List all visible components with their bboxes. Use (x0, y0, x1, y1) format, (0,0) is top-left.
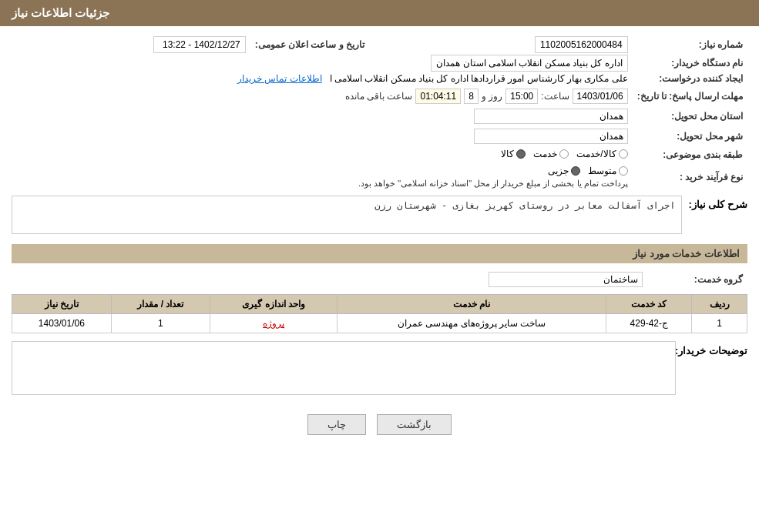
creator-cell: علی مکاری بهار کارشناس امور قراردادها اد… (12, 71, 633, 86)
announce-date-value: 1402/12/27 - 13:22 (153, 36, 246, 53)
radio-circle-jozii (571, 166, 580, 176)
page-wrapper: جزئیات اطلاعات نیاز شماره نیاز: 11020051… (0, 0, 759, 532)
radio-label-khadamat: خدمت (533, 149, 557, 159)
col-row-num: ردیف (692, 295, 747, 314)
time-value: 15:00 (505, 89, 538, 104)
province-value: همدان (474, 109, 628, 124)
services-section-title: اطلاعات خدمات مورد نیاز (12, 244, 747, 263)
need-number-row: شماره نیاز: 1102005162000484 تاریخ و ساع… (12, 34, 747, 55)
service-group-cell: ساختمان (12, 269, 647, 289)
description-section: شرح کلی نیاز: (12, 196, 747, 236)
deadline-label: مهلت ارسال پاسخ: تا تاریخ: (633, 86, 747, 106)
print-button[interactable]: چاپ (307, 414, 366, 435)
description-label: شرح کلی نیاز: (688, 196, 747, 210)
cell-service-code: ج-42-429 (606, 314, 692, 333)
buttons-row: بازگشت چاپ (12, 403, 747, 450)
buyer-org-row: نام دستگاه خریدار: اداره کل بنیاد مسکن ا… (12, 55, 747, 71)
cell-row-num: 1 (692, 314, 747, 333)
service-group-label: گروه خدمت: (647, 269, 747, 289)
category-radio-group: کالا/خدمت خدمت کالا (501, 149, 627, 159)
col-date: تاریخ نیاز (12, 295, 112, 314)
category-cell: کالا/خدمت خدمت کالا (12, 146, 633, 163)
buyer-org-value: اداره کل بنیاد مسکن انقلاب اسلامی استان … (431, 55, 627, 72)
main-content: شماره نیاز: 1102005162000484 تاریخ و ساع… (0, 26, 759, 458)
date-value: 1403/01/06 (573, 89, 628, 104)
buyer-org-label: نام دستگاه خریدار: (633, 55, 747, 71)
description-container (12, 196, 682, 236)
radio-kala[interactable]: کالا (501, 149, 526, 159)
radio-jozii[interactable]: جزیی (548, 166, 580, 176)
creator-link[interactable]: اطلاعات تماس خریدار (237, 73, 322, 84)
purchase-type-row: نوع فرآیند خرید : متوسط جزیی پرداخت تم (12, 163, 747, 191)
services-table: ردیف کد خدمت نام خدمت واحد اندازه گیری ت… (12, 294, 747, 333)
cell-unit: پروژه (210, 314, 338, 333)
cell-service-name: ساخت سایر پروژه‌های مهندسی عمران (337, 314, 606, 333)
need-number-cell: 1102005162000484 (392, 34, 633, 55)
purchase-type-radio-group: متوسط جزیی (548, 166, 628, 176)
radio-label-kala-khadamat: کالا/خدمت (576, 149, 616, 159)
city-cell: همدان (12, 126, 633, 146)
radio-kala-khadamat[interactable]: کالا/خدمت (576, 149, 627, 159)
cell-date: 1403/01/06 (12, 314, 112, 333)
radio-khadamat[interactable]: خدمت (533, 149, 569, 159)
services-table-body: 1 ج-42-429 ساخت سایر پروژه‌های مهندسی عم… (12, 314, 747, 333)
radio-label-jozii: جزیی (548, 166, 569, 176)
col-quantity: تعداد / مقدار (111, 295, 210, 314)
purchase-type-cell: متوسط جزیی پرداخت تمام یا بخشی از مبلغ خ… (12, 163, 633, 191)
time-label: ساعت: (541, 91, 569, 102)
radio-circle-kala (516, 149, 526, 159)
col-service-code: کد خدمت (606, 295, 692, 314)
description-textarea[interactable] (12, 196, 682, 234)
need-number-label: شماره نیاز: (633, 34, 747, 55)
purchase-type-label: نوع فرآیند خرید : (633, 163, 747, 191)
services-header-row: ردیف کد خدمت نام خدمت واحد اندازه گیری ت… (12, 295, 747, 314)
creator-row: ایجاد کننده درخواست: علی مکاری بهار کارش… (12, 71, 747, 86)
deadline-cell: 1403/01/06 ساعت: 15:00 روز و 8 01:04:11 … (12, 86, 633, 106)
deadline-row-flex: 1403/01/06 ساعت: 15:00 روز و 8 01:04:11 … (16, 89, 628, 104)
service-group-row: گروه خدمت: ساختمان (12, 269, 747, 289)
col-service-name: نام خدمت (337, 295, 606, 314)
service-group-table: گروه خدمت: ساختمان (12, 269, 747, 289)
remaining-label: ساعت باقی مانده (345, 91, 413, 102)
purchase-note: پرداخت تمام یا بخشی از مبلغ خریدار از مح… (358, 179, 628, 188)
radio-label-motavasset: متوسط (588, 166, 616, 176)
radio-motavasset[interactable]: متوسط (588, 166, 628, 176)
category-label: طبقه بندی موضوعی: (633, 146, 747, 163)
buyer-notes-section: توضیحات خریدار: (12, 341, 747, 395)
remaining-value: 01:04:11 (415, 89, 461, 104)
category-row: طبقه بندی موضوعی: کالا/خدمت خدمت (12, 146, 747, 163)
city-value: همدان (474, 129, 628, 144)
deadline-row: مهلت ارسال پاسخ: تا تاریخ: 1403/01/06 سا… (12, 86, 747, 106)
radio-circle-kala-khadamat (619, 149, 628, 159)
buyer-notes-label: توضیحات خریدار: (682, 341, 747, 356)
page-header: جزئیات اطلاعات نیاز (0, 0, 759, 26)
main-info-table: شماره نیاز: 1102005162000484 تاریخ و ساع… (12, 34, 747, 191)
city-label: شهر محل تحویل: (633, 126, 747, 146)
day-label: روز و (482, 91, 502, 102)
city-row: شهر محل تحویل: همدان (12, 126, 747, 146)
need-number-value: 1102005162000484 (535, 36, 628, 53)
radio-circle-khadamat (559, 149, 569, 159)
col-unit: واحد اندازه گیری (210, 295, 338, 314)
days-value: 8 (464, 89, 479, 104)
table-row: 1 ج-42-429 ساخت سایر پروژه‌های مهندسی عم… (12, 314, 747, 333)
service-group-value: ساختمان (489, 272, 643, 287)
services-table-head: ردیف کد خدمت نام خدمت واحد اندازه گیری ت… (12, 295, 747, 314)
radio-circle-motavasset (619, 166, 628, 176)
back-button[interactable]: بازگشت (377, 414, 452, 435)
province-label: استان محل تحویل: (633, 106, 747, 126)
province-row: استان محل تحویل: همدان (12, 106, 747, 126)
announce-date-label: تاریخ و ساعت اعلان عمومی: (250, 34, 369, 55)
buyer-org-cell: اداره کل بنیاد مسکن انقلاب اسلامی استان … (12, 55, 633, 71)
cell-quantity: 1 (111, 314, 210, 333)
buyer-notes-textarea[interactable] (12, 341, 676, 395)
radio-label-kala: کالا (501, 149, 514, 159)
creator-label: ایجاد کننده درخواست: (633, 71, 747, 86)
creator-value: علی مکاری بهار کارشناس امور قراردادها اد… (330, 73, 628, 84)
page-title: جزئیات اطلاعات نیاز (12, 6, 109, 19)
announce-date-cell: 1402/12/27 - 13:22 (12, 34, 250, 55)
unit-link[interactable]: پروژه (263, 318, 284, 329)
province-cell: همدان (12, 106, 633, 126)
